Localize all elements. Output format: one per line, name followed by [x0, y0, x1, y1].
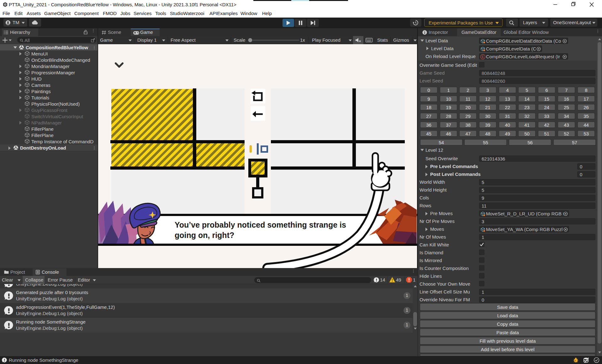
svg-text:E: E: [482, 55, 484, 59]
